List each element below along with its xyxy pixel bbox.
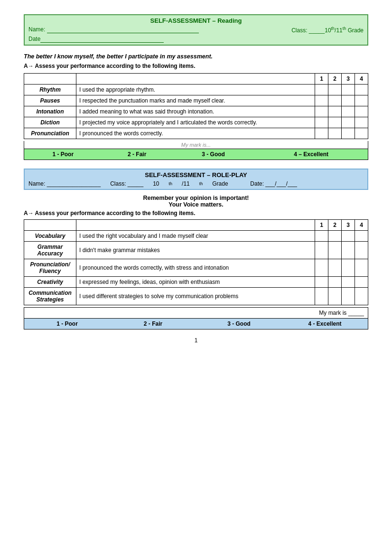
reading-table-row: Pronunciation I pronounced the words cor… — [24, 128, 368, 139]
reading-th-desc — [76, 74, 315, 85]
reading-title-text: SELF-ASSESSMENT – — [150, 17, 218, 24]
roleplay-th-1: 1 — [315, 220, 328, 231]
reading-date-field: Date — [28, 36, 364, 43]
roleplay-th-4: 4 — [355, 220, 368, 231]
reading-row-label: Diction — [24, 117, 76, 128]
reading-row-c4 — [355, 106, 368, 117]
reading-row-desc: I used the appropriate rhythm. — [76, 85, 315, 95]
reading-header: SELF-ASSESSMENT – Reading Name: Class: _… — [24, 14, 368, 46]
roleplay-row-desc: I didn't make grammar mistakes — [76, 242, 315, 259]
reading-table-header-row: 1 2 3 4 — [24, 74, 368, 85]
roleplay-row-desc: I expressed my feelings, ideas, opinion … — [76, 277, 315, 288]
roleplay-header-fields: Name: _________________ Class: _____10th… — [28, 180, 364, 187]
reading-row-c3 — [342, 95, 355, 106]
reading-row-desc: I added meaning to what was said through… — [76, 106, 315, 117]
roleplay-table-row: Pronunciation/ Fluency I pronounced the … — [24, 259, 368, 277]
reading-mark-label: My mark is... — [24, 141, 368, 149]
reading-table-row: Diction I projected my voice appropriate… — [24, 117, 368, 128]
reading-title-bold: Reading — [217, 17, 242, 24]
reading-table-row: Rhythm I used the appropriate rhythm. — [24, 85, 368, 95]
roleplay-table-row: Creativity I expressed my feelings, idea… — [24, 277, 368, 288]
reading-row-c2 — [328, 128, 342, 139]
reading-class-field: Class: _____10th/11th Grade — [291, 26, 364, 34]
roleplay-grade-sup1: th — [169, 181, 173, 186]
roleplay-row-c4 — [355, 277, 368, 288]
roleplay-th-desc — [76, 220, 315, 231]
roleplay-row-label: Grammar Accuracy — [24, 242, 76, 259]
reading-grade-suffix: Grade — [346, 27, 364, 34]
reading-row-c3 — [342, 128, 355, 139]
roleplay-scale-row: 1 - Poor 2 - Fair 3 - Good 4 - Excellent — [24, 319, 368, 329]
reading-intro: The better I know myself, the better I p… — [24, 53, 368, 60]
roleplay-row-c3 — [342, 277, 355, 288]
reading-row-desc: I respected the punctuation marks and ma… — [76, 95, 315, 106]
roleplay-row-label: Communication Strategies — [24, 288, 76, 305]
roleplay-section: SELF-ASSESSMENT – ROLE-PLAY Name: ______… — [24, 169, 368, 329]
roleplay-row-c1 — [315, 231, 328, 242]
reading-row-c4 — [355, 85, 368, 95]
roleplay-row-c3 — [342, 259, 355, 277]
roleplay-row-label: Vocabulary — [24, 231, 76, 242]
reading-name-label: Name: — [28, 26, 47, 33]
roleplay-row-c1 — [315, 288, 328, 305]
roleplay-grade-sup2: th — [199, 181, 203, 186]
roleplay-scale-good: 3 - Good — [196, 319, 282, 329]
reading-class-label: Class: _____ — [291, 27, 325, 34]
reading-table: 1 2 3 4 Rhythm I used the appropriate rh… — [24, 73, 368, 139]
reading-th-2: 2 — [328, 74, 342, 85]
roleplay-row-c2 — [328, 288, 342, 305]
reading-row-c2 — [328, 106, 342, 117]
roleplay-header-title: SELF-ASSESSMENT – ROLE-PLAY — [28, 171, 364, 179]
reading-scale-fair: 2 - Fair — [102, 149, 172, 160]
roleplay-row-c1 — [315, 277, 328, 288]
reading-instruction: A→ Assess your performance according to … — [24, 63, 368, 69]
reading-table-section: 1 2 3 4 Rhythm I used the appropriate rh… — [24, 73, 368, 139]
reading-scale-poor: 1 - Poor — [24, 149, 102, 160]
roleplay-table-header-row: 1 2 3 4 — [24, 220, 368, 231]
roleplay-table-row: Vocabulary I used the right vocabulary a… — [24, 231, 368, 242]
roleplay-grade-suffix: Grade — [212, 180, 228, 187]
reading-row-c1 — [315, 85, 328, 95]
reading-row-desc: I projected my voice appropriately and I… — [76, 117, 315, 128]
roleplay-row-label: Creativity — [24, 277, 76, 288]
reading-table-row: Intonation I added meaning to what was s… — [24, 106, 368, 117]
roleplay-row-c4 — [355, 288, 368, 305]
roleplay-line1: Remember your opinion is important! — [24, 195, 368, 201]
reading-row-c1 — [315, 128, 328, 139]
reading-date-label: Date — [28, 36, 40, 42]
roleplay-scale-container: My mark is _____ 1 - Poor 2 - Fair 3 - G… — [24, 307, 368, 329]
roleplay-th-label — [24, 220, 76, 231]
roleplay-th-2: 2 — [328, 220, 342, 231]
reading-row-c2 — [328, 85, 342, 95]
reading-th-3: 3 — [342, 74, 355, 85]
roleplay-row-c4 — [355, 259, 368, 277]
reading-grade-slash: /11 — [335, 27, 343, 34]
roleplay-row-c2 — [328, 242, 342, 259]
reading-scale-good: 3 - Good — [172, 149, 254, 160]
reading-scale-excellent: 4 – Excellent — [254, 149, 368, 160]
roleplay-date-label: Date: ___/___/___ — [250, 180, 297, 187]
roleplay-row-c2 — [328, 259, 342, 277]
reading-row-c3 — [342, 106, 355, 117]
reading-row-c1 — [315, 117, 328, 128]
reading-row-label: Intonation — [24, 106, 76, 117]
reading-row-c2 — [328, 95, 342, 106]
roleplay-grade: 10 — [153, 180, 159, 187]
roleplay-row-c4 — [355, 242, 368, 259]
reading-section: SELF-ASSESSMENT – Reading Name: Class: _… — [24, 14, 368, 160]
roleplay-table-row: Grammar Accuracy I didn't make grammar m… — [24, 242, 368, 259]
reading-row-c4 — [355, 117, 368, 128]
roleplay-row-desc: I used different strategies to solve my … — [76, 288, 315, 305]
reading-instruction-text: A→ Assess your performance according to … — [24, 63, 196, 69]
roleplay-scale-fair: 2 - Fair — [110, 319, 196, 329]
roleplay-line2: Your Voice matters. — [24, 201, 368, 208]
reading-name-field: Name: — [28, 26, 282, 34]
reading-row-c4 — [355, 95, 368, 106]
roleplay-row-desc: I pronounced the words correctly, with s… — [76, 259, 315, 277]
roleplay-table-row: Communication Strategies I used differen… — [24, 288, 368, 305]
reading-row-label: Pauses — [24, 95, 76, 106]
roleplay-scale-excellent: 4 - Excellent — [282, 319, 368, 329]
roleplay-grade-slash: /11 — [182, 180, 190, 187]
roleplay-header: SELF-ASSESSMENT – ROLE-PLAY Name: ______… — [24, 169, 368, 190]
reading-th-4: 4 — [355, 74, 368, 85]
